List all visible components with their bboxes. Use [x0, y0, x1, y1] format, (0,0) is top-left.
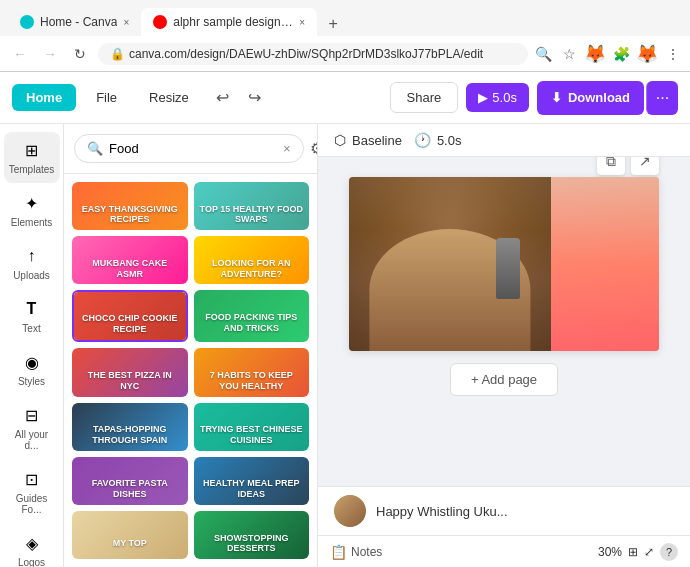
sidebar-item-logos[interactable]: ◈ Logos	[4, 525, 60, 567]
tab-home-close[interactable]: ×	[123, 17, 129, 28]
template-item[interactable]: SHOWSTOPPING DESSERTS	[194, 511, 310, 559]
yt-favicon	[153, 15, 167, 29]
user-label: Happy Whistling Uku...	[376, 504, 674, 519]
template-text: Looking for an adventure?	[200, 258, 304, 280]
template-bg: Easy Thanksgiving Recipes	[72, 182, 188, 230]
template-inner: THE BEST PIZZA IN NYC	[72, 348, 188, 396]
address-bar: ← → ↻ 🔒 canva.com/design/DAEwU-zhDiw/SQh…	[0, 36, 690, 72]
canvas-content: ⧉ ↗	[318, 157, 690, 486]
sidebar-item-styles[interactable]: ◉ Styles	[4, 344, 60, 395]
template-item[interactable]: CHOCO CHIP COOKIE RECIPE	[72, 290, 188, 342]
page-icon[interactable]: ⊞	[628, 545, 638, 559]
template-item[interactable]: Food Packing Tips and Tricks	[194, 290, 310, 342]
template-text: SHOWSTOPPING DESSERTS	[200, 533, 304, 555]
tab-home[interactable]: Home - Canva ×	[8, 8, 141, 36]
canvas-wrapper: ⧉ ↗	[349, 177, 659, 351]
add-page-button[interactable]: + Add page	[450, 363, 558, 396]
bg-blur	[551, 177, 660, 351]
sidebar-item-templates[interactable]: ⊞ Templates	[4, 132, 60, 183]
copy-icon: ⧉	[606, 157, 616, 170]
template-bg: Food Packing Tips and Tricks	[194, 290, 310, 342]
clear-search-icon[interactable]: ×	[283, 141, 291, 156]
baseline-item[interactable]: ⬡ Baseline	[334, 132, 402, 148]
share-frame-button[interactable]: ↗	[631, 157, 659, 175]
search-bar: 🔍 × ⚙	[64, 124, 317, 174]
template-inner: Top 15 Healthy Food Swaps	[194, 182, 310, 230]
template-bg: TAPAS-HOPPING THROUGH SPAIN	[72, 403, 188, 451]
play-button[interactable]: ▶ 5.0s	[466, 83, 529, 112]
template-text: MY TOP	[113, 538, 147, 549]
templates-label: Templates	[9, 164, 55, 175]
template-text: Easy Thanksgiving Recipes	[78, 204, 182, 226]
template-item[interactable]: Looking for an adventure?	[194, 236, 310, 284]
zoom-group: 30% ⊞ ⤢ ?	[598, 543, 678, 561]
template-item[interactable]: HEALTHY MEAL PREP IDEAS	[194, 457, 310, 505]
canvas-area: ⬡ Baseline 🕐 5.0s ⧉ ↗	[318, 124, 690, 567]
undo-button[interactable]: ↩	[209, 84, 237, 112]
baseline-label: Baseline	[352, 133, 402, 148]
footer-bar: 📋 Notes 30% ⊞ ⤢ ?	[318, 535, 690, 567]
canvas-toolbar: ⬡ Baseline 🕐 5.0s	[318, 124, 690, 157]
template-item[interactable]: 7 Habits to Keep You Healthy	[194, 348, 310, 396]
back-button[interactable]: ←	[8, 42, 32, 66]
copy-frame-button[interactable]: ⧉	[597, 157, 625, 175]
more-options-button[interactable]: ···	[646, 81, 678, 115]
template-inner: Trying Best Chinese Cuisines	[194, 403, 310, 451]
browser-chrome: Home - Canva × alphr sample design - You…	[0, 0, 690, 72]
template-inner: MUKBANG CAKE ASMR	[72, 236, 188, 284]
extensions-icon[interactable]: 🧩	[612, 45, 630, 63]
template-item[interactable]: Top 15 Healthy Food Swaps	[194, 182, 310, 230]
template-bg: MUKBANG CAKE ASMR	[72, 236, 188, 284]
home-button[interactable]: Home	[12, 84, 76, 111]
avatar-image	[334, 495, 366, 527]
sidebar-item-guides[interactable]: ⊡ Guides Fo...	[4, 461, 60, 523]
template-inner: MY TOP	[72, 511, 188, 559]
bottom-panel: Happy Whistling Uku...	[318, 486, 690, 535]
sidebar-item-all[interactable]: ⊟ All your d...	[4, 397, 60, 459]
forward-button[interactable]: →	[38, 42, 62, 66]
elements-label: Elements	[11, 217, 53, 228]
share-button[interactable]: Share	[390, 82, 459, 113]
fullscreen-icon[interactable]: ⤢	[644, 545, 654, 559]
template-item[interactable]: Trying Best Chinese Cuisines	[194, 403, 310, 451]
template-item[interactable]: FAVORITE PASTA DISHES	[72, 457, 188, 505]
profile-icon-1[interactable]: 🦊	[586, 45, 604, 63]
template-item[interactable]: MY TOP	[72, 511, 188, 559]
help-icon[interactable]: ?	[660, 543, 678, 561]
sidebar-item-elements[interactable]: ✦ Elements	[4, 185, 60, 236]
redo-button[interactable]: ↪	[241, 84, 269, 112]
tab-design-close[interactable]: ×	[299, 17, 305, 28]
template-item[interactable]: THE BEST PIZZA IN NYC	[72, 348, 188, 396]
play-icon: ▶	[478, 90, 488, 105]
canvas-image-container	[349, 177, 659, 351]
template-item[interactable]: Easy Thanksgiving Recipes	[72, 182, 188, 230]
profile-icon-2[interactable]: 🦊	[638, 45, 656, 63]
template-text: FAVORITE PASTA DISHES	[78, 478, 182, 500]
notes-item[interactable]: 📋 Notes	[330, 544, 382, 560]
guides-label: Guides Fo...	[8, 493, 56, 515]
sidebar-item-text[interactable]: T Text	[4, 291, 60, 342]
file-button[interactable]: File	[84, 84, 129, 111]
template-item[interactable]: MUKBANG CAKE ASMR	[72, 236, 188, 284]
app-header: Home File Resize ↩ ↪ Share ▶ 5.0s ⬇ Down…	[0, 72, 690, 124]
template-text: THE BEST PIZZA IN NYC	[78, 370, 182, 392]
more-browser-icon[interactable]: ⋮	[664, 45, 682, 63]
resize-button[interactable]: Resize	[137, 84, 201, 111]
sidebar-item-uploads[interactable]: ↑ Uploads	[4, 238, 60, 289]
search-input[interactable]	[109, 141, 277, 156]
star-icon[interactable]: ☆	[560, 45, 578, 63]
download-button[interactable]: ⬇ Download	[537, 81, 644, 115]
reload-button[interactable]: ↻	[68, 42, 92, 66]
time-label: 5.0s	[437, 133, 462, 148]
url-box[interactable]: 🔒 canva.com/design/DAEwU-zhDiw/SQhp2rDrM…	[98, 43, 528, 65]
search-input-wrapper[interactable]: 🔍 ×	[74, 134, 304, 163]
template-item[interactable]: TAPAS-HOPPING THROUGH SPAIN	[72, 403, 188, 451]
tab-design[interactable]: alphr sample design - YouTube ×	[141, 8, 317, 36]
filter-icon[interactable]: ⚙	[310, 139, 318, 158]
new-tab-button[interactable]: +	[321, 12, 345, 36]
time-item[interactable]: 🕐 5.0s	[414, 132, 462, 148]
search-browser-icon[interactable]: 🔍	[534, 45, 552, 63]
template-text: CHOCO CHIP COOKIE RECIPE	[80, 313, 180, 335]
template-inner: Looking for an adventure?	[194, 236, 310, 284]
templates-icon: ⊞	[22, 140, 42, 160]
